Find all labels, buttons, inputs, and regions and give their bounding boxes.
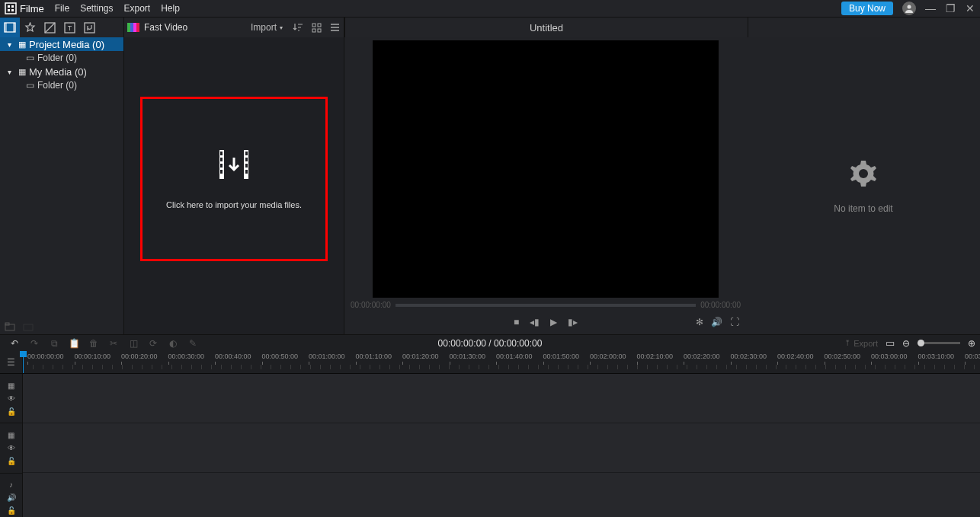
text-tab-icon[interactable]: T <box>59 18 79 38</box>
effects-tab-icon[interactable] <box>20 18 40 38</box>
svg-rect-29 <box>220 170 223 174</box>
redo-button[interactable]: ↷ <box>24 338 44 349</box>
track-lock-icon[interactable]: 🔓 <box>7 457 16 465</box>
panel-toolbar: T Fast Video Import ▾ Untitled <box>0 17 980 37</box>
media-tab-icon[interactable] <box>0 18 20 38</box>
edit-button[interactable]: ✎ <box>183 338 203 349</box>
titlebar: Filme File Settings Export Help Buy Now … <box>0 0 980 17</box>
project-title: Untitled <box>344 18 748 37</box>
ruler-tick: 00:01:50:00 <box>543 353 580 360</box>
close-button[interactable]: ✕ <box>965 2 975 14</box>
track-lock-icon[interactable]: 🔓 <box>7 407 16 416</box>
preview-panel: 00:00:00:00 00:00:00:00 ■ ◂▮ ▶ ▮▸ ✻ 🔊 ⛶ <box>344 37 747 334</box>
zoom-out-icon[interactable]: ⊖ <box>902 338 910 349</box>
transport-controls: ■ ◂▮ ▶ ▮▸ ✻ 🔊 ⛶ <box>344 312 747 332</box>
svg-rect-26 <box>220 152 223 155</box>
properties-panel: No item to edit <box>747 37 980 334</box>
ruler-tick: 00:01:00:00 <box>309 353 345 360</box>
preview-scrub-slider[interactable] <box>396 304 696 307</box>
track-visibility-icon[interactable]: 👁 <box>8 444 15 452</box>
color-button[interactable]: ◐ <box>163 338 183 349</box>
ruler-tick: 00:02:10:00 <box>637 353 674 360</box>
svg-rect-0 <box>5 3 16 14</box>
timeline-tracks: ▦ 👁 🔓 ▦ 👁 🔓 ♪ 🔊 🔓 <box>0 374 980 517</box>
svg-rect-17 <box>318 29 321 32</box>
menu-file[interactable]: File <box>55 3 69 14</box>
menu-help[interactable]: Help <box>161 3 180 14</box>
folder-icon: ▭ <box>26 53 34 63</box>
svg-rect-7 <box>5 23 7 32</box>
track-visibility-icon[interactable]: 👁 <box>8 394 15 403</box>
svg-rect-8 <box>13 23 15 32</box>
audio-tab-icon[interactable] <box>79 18 99 38</box>
import-label: Import <box>251 22 277 33</box>
tree-project-media[interactable]: ▾ ▦ Project Media (0) <box>0 37 123 51</box>
app-logo-icon <box>5 2 17 14</box>
menu-export[interactable]: Export <box>123 3 150 14</box>
paste-button[interactable]: 📋 <box>64 338 84 349</box>
import-button[interactable]: Import ▾ <box>245 22 289 33</box>
tree-my-media[interactable]: ▾ ▦ My Media (0) <box>0 65 123 78</box>
grid-icon: ▦ <box>18 40 26 49</box>
speed-button[interactable]: ⟳ <box>143 338 163 349</box>
main-menu: File Settings Export Help <box>55 3 180 14</box>
svg-rect-16 <box>312 29 315 32</box>
delete-button[interactable]: 🗑 <box>84 338 104 349</box>
delete-folder-icon[interactable] <box>23 322 34 331</box>
video-canvas[interactable] <box>373 40 719 298</box>
preview-time-total: 00:00:00:00 <box>700 301 741 309</box>
stop-button[interactable]: ■ <box>514 317 519 327</box>
volume-icon[interactable]: 🔊 <box>711 317 722 327</box>
collapse-icon: ▾ <box>8 40 15 49</box>
svg-rect-14 <box>312 24 315 27</box>
maximize-button[interactable]: ❐ <box>945 2 956 14</box>
fit-zoom-icon[interactable]: ▭ <box>886 337 895 349</box>
folder-icon: ▭ <box>26 80 34 91</box>
minimize-button[interactable]: — <box>925 2 936 14</box>
zoom-slider[interactable] <box>918 342 960 344</box>
timeline-playhead[interactable] <box>23 351 24 374</box>
chevron-down-icon: ▾ <box>280 24 283 31</box>
video-track-2-lane[interactable] <box>23 423 980 473</box>
ruler-tick: 00:03:00:00 <box>871 353 908 360</box>
collapse-icon: ▾ <box>8 68 15 76</box>
tree-my-folder[interactable]: ▭ Folder (0) <box>0 78 123 92</box>
list-view-icon[interactable] <box>325 18 344 38</box>
buy-now-button[interactable]: Buy Now <box>841 2 893 15</box>
grid-view-icon[interactable] <box>307 18 325 38</box>
ruler-tick: 00:00:20:00 <box>121 353 158 360</box>
tree-project-folder[interactable]: ▭ Folder (0) <box>0 51 123 65</box>
import-drop-zone[interactable]: Click here to import your media files. <box>140 97 328 261</box>
user-avatar-icon[interactable] <box>902 2 916 15</box>
crop-button[interactable]: ◫ <box>123 338 143 349</box>
sort-icon[interactable] <box>289 18 307 38</box>
timeline-toolbar: ↶ ↷ ⧉ 📋 🗑 ✂ ◫ ⟳ ◐ ✎ 00:00:00:00 / 00:00:… <box>0 334 980 351</box>
fast-video-button[interactable]: Fast Video <box>127 22 187 33</box>
undo-button[interactable]: ↶ <box>5 338 24 349</box>
preview-settings-icon[interactable]: ✻ <box>696 317 703 327</box>
grid-icon: ▦ <box>18 67 26 77</box>
ruler-tick: 00:01:30:00 <box>450 353 486 360</box>
track-lanes-area[interactable] <box>23 374 980 517</box>
export-button[interactable]: ⤒Export <box>844 339 878 348</box>
new-folder-icon[interactable] <box>5 322 15 331</box>
app-name: Filme <box>20 3 44 14</box>
tree-label: Project Media (0) <box>29 39 104 50</box>
fullscreen-icon[interactable]: ⛶ <box>730 317 739 327</box>
split-button[interactable]: ✂ <box>104 338 123 349</box>
copy-button[interactable]: ⧉ <box>44 338 64 349</box>
play-button[interactable]: ▶ <box>550 317 557 327</box>
next-frame-button[interactable]: ▮▸ <box>568 317 578 327</box>
transitions-tab-icon[interactable] <box>40 18 59 38</box>
ruler-tick: 00:00:10:00 <box>75 353 111 360</box>
import-media-icon <box>218 148 250 180</box>
video-track-1-lane[interactable] <box>23 374 980 423</box>
zoom-in-icon[interactable]: ⊕ <box>968 338 975 349</box>
timeline-ruler[interactable]: ☰ 00:00:00:0000:00:10:0000:00:20:0000:00… <box>0 351 980 374</box>
menu-settings[interactable]: Settings <box>80 3 113 14</box>
ruler-tick: 00:02:50:00 <box>825 353 861 360</box>
prev-frame-button[interactable]: ◂▮ <box>530 317 540 327</box>
audio-track-lane[interactable] <box>23 473 980 517</box>
track-mute-icon[interactable]: 🔊 <box>7 493 16 502</box>
track-lock-icon[interactable]: 🔓 <box>7 506 16 515</box>
